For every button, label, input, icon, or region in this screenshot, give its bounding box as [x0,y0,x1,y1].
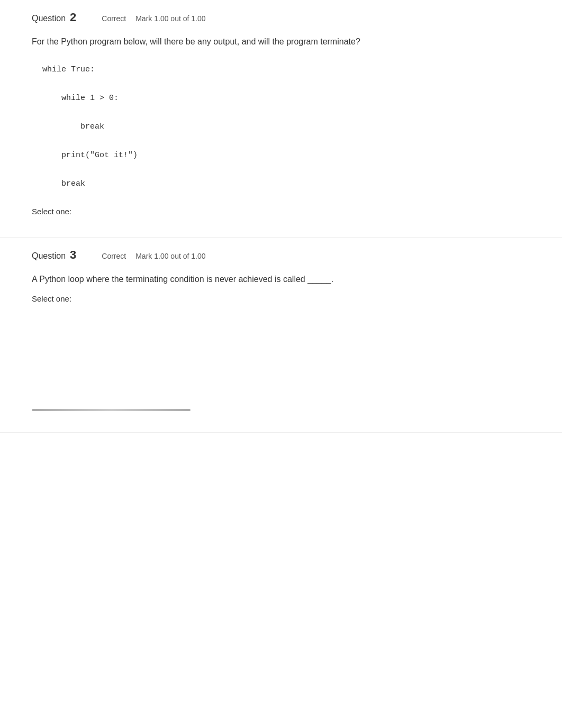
question-3-select-label: Select one: [32,294,530,303]
question-3-header: Question 3 Correct Mark 1.00 out of 1.00 [32,248,530,262]
question-3-number: 3 [70,248,76,262]
question-3-body: A Python loop where the terminating cond… [32,272,530,286]
question-2-block: Question 2 Correct Mark 1.00 out of 1.00… [0,0,562,238]
question-2-select-label: Select one: [32,207,530,216]
question-2-code: while True: while 1 > 0: break print("Go… [32,57,530,196]
question-2-mark: Mark 1.00 out of 1.00 [135,14,205,23]
question-3-block: Question 3 Correct Mark 1.00 out of 1.00… [0,238,562,433]
divider-bar [32,409,191,411]
question-2-label: Question [32,14,66,23]
question-3-status: Correct [102,252,126,260]
question-2-number: 2 [70,11,76,24]
question-2-status: Correct [102,14,126,23]
question-3-mark: Mark 1.00 out of 1.00 [135,252,205,260]
page-container: Question 2 Correct Mark 1.00 out of 1.00… [0,0,562,433]
question-3-label: Question [32,251,66,261]
question-2-body: For the Python program below, will there… [32,35,530,49]
question-2-header: Question 2 Correct Mark 1.00 out of 1.00 [32,11,530,24]
